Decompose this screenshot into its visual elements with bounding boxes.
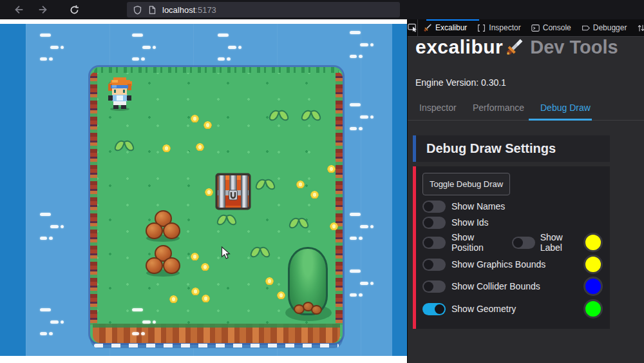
tab-inspector[interactable]: Inspector [419, 103, 457, 113]
flower-sprite [205, 188, 213, 197]
setting-label: Show Position [451, 232, 504, 253]
wave-marks [40, 308, 66, 338]
url-bar[interactable]: localhost:5173 [127, 2, 400, 17]
toggle-debug-draw-button[interactable]: Toggle Debug Draw [422, 173, 510, 195]
devtools-tab-label: Console [543, 23, 571, 32]
setting-label: Show Label [540, 232, 583, 253]
flower-sprite [191, 115, 199, 123]
wave-marks [40, 34, 66, 63]
toggle-knob [424, 218, 433, 228]
pick-element-button[interactable] [408, 19, 418, 37]
rock-cluster [146, 210, 180, 240]
excalibur-sword-icon [506, 38, 524, 56]
setting-label: Show Names [451, 201, 505, 211]
devtools-tab-console[interactable]: Console [526, 19, 576, 37]
flower-sprite [169, 295, 178, 304]
sword-icon [423, 23, 432, 32]
flower-sprite [196, 143, 204, 152]
wave-marks [350, 213, 375, 242]
brand-name: excalibur [415, 36, 503, 58]
flower-sprite [296, 181, 305, 189]
setting-row-graphics-bounds: Show Graphics Bounds [422, 255, 603, 274]
active-tab-accent [426, 19, 479, 21]
sprout-sprite [269, 108, 289, 125]
devtools-tab-debugger[interactable]: Debugger [576, 19, 632, 37]
flower-sprite [265, 277, 274, 286]
wave-marks [132, 34, 158, 63]
flower-sprite [330, 222, 338, 231]
sprout-sprite [114, 139, 135, 155]
back-arrow-icon [13, 4, 24, 15]
tree-base-rocks [294, 302, 322, 315]
island-foam [94, 344, 339, 348]
panel-tabs: Inspector Performance Debug Draw [408, 97, 644, 121]
title-suffix: Dev Tools [530, 37, 618, 58]
flower-sprite [202, 295, 210, 303]
flower-sprite [191, 288, 200, 296]
flower-sprite [277, 291, 285, 300]
console-icon [531, 24, 540, 32]
toggle-knob [435, 304, 444, 314]
forward-arrow-icon [37, 4, 49, 15]
position-color-swatch[interactable] [583, 233, 603, 252]
setting-label: Show Graphics Bounds [451, 259, 545, 270]
settings-title: Debug Draw Settings [426, 141, 556, 156]
toggle-knob [424, 238, 433, 248]
tab-debug-draw[interactable]: Debug Draw [540, 103, 591, 113]
url-text: localhost:5173 [162, 5, 216, 15]
devtools-tab-inspector[interactable]: Inspector [472, 19, 526, 37]
forward-button[interactable] [33, 2, 53, 17]
devtools-tab-excalibur[interactable]: Excalibur [418, 19, 472, 37]
debugger-icon [582, 24, 590, 32]
setting-label: Show Geometry [451, 304, 516, 314]
show-graphics-bounds-toggle[interactable] [422, 259, 446, 271]
setting-row-show-position: Show Position Show Label [422, 233, 603, 252]
setting-row-collider-bounds: Show Collider Bounds [422, 277, 603, 296]
devtools-tab-label: Inspector [489, 23, 520, 32]
show-position-toggle[interactable] [422, 237, 446, 249]
devtools-title: excalibur Dev Tools [415, 36, 618, 58]
flower-sprite [204, 121, 212, 130]
shield-icon [133, 5, 142, 15]
show-label-toggle[interactable] [512, 237, 535, 249]
network-arrows-icon [637, 24, 644, 32]
back-button[interactable] [9, 2, 28, 17]
active-tab-underline [529, 119, 592, 121]
inspector-icon [477, 24, 486, 32]
devtools-tab-network[interactable]: Net [632, 19, 644, 37]
sprout-sprite [250, 245, 270, 262]
show-collider-bounds-toggle[interactable] [422, 280, 446, 293]
treasure-chest-sprite [215, 173, 251, 210]
wave-marks [350, 103, 375, 133]
show-ids-toggle[interactable] [422, 217, 446, 229]
settings-section-header: Debug Draw Settings [413, 135, 610, 162]
devtools-toolbar: Excalibur Inspector Console Debugger Net [408, 19, 644, 37]
graphics-bounds-color-swatch[interactable] [583, 255, 603, 274]
island [90, 67, 343, 343]
rock-cluster [146, 245, 180, 275]
refresh-button[interactable] [64, 2, 84, 17]
engine-version: Engine Version: 0.30.1 [415, 77, 506, 88]
url-port: :5173 [195, 5, 216, 15]
flower-sprite [327, 165, 336, 173]
show-geometry-toggle[interactable] [422, 303, 446, 315]
sprout-sprite [289, 216, 309, 233]
page-icon [148, 5, 156, 15]
browser-toolbar: localhost:5173 [0, 0, 644, 19]
devtools-tab-label: Excalibur [435, 23, 467, 32]
setting-row-show-geometry: Show Geometry [422, 299, 603, 319]
debug-draw-settings-card: Toggle Debug Draw Show Names Show Ids Sh… [413, 166, 610, 329]
flower-sprite [191, 253, 199, 261]
wave-marks [132, 308, 158, 338]
wave-marks [350, 31, 375, 61]
url-host: localhost [162, 5, 195, 15]
island-bottom-border [93, 324, 340, 343]
wave-marks [218, 34, 243, 63]
pick-element-icon [408, 23, 417, 32]
tab-performance[interactable]: Performance [473, 103, 524, 113]
show-names-toggle[interactable] [422, 201, 446, 213]
geometry-color-swatch[interactable] [583, 299, 603, 319]
refresh-icon [69, 5, 80, 15]
collider-bounds-color-swatch[interactable] [583, 277, 603, 296]
toggle-knob [513, 238, 523, 248]
